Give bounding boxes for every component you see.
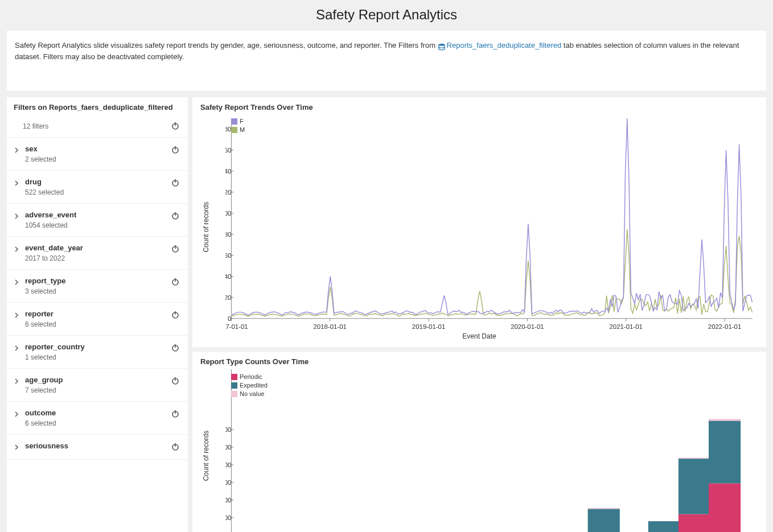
svg-text:600: 600: [225, 479, 231, 486]
svg-rect-75: [588, 508, 620, 509]
filter-item-event_date_year[interactable]: event_date_year2017 to 2022: [7, 237, 188, 270]
database-icon: [438, 43, 446, 50]
filter-item-adverse_event[interactable]: adverse_event1054 selected: [7, 204, 188, 237]
chart-reporttype-title: Report Type Counts Over Time: [200, 357, 758, 366]
filter-item-seriousness[interactable]: seriousness: [7, 435, 188, 460]
chart-reporttype-plot[interactable]: 200300400500600700800900: [225, 369, 758, 532]
svg-rect-79: [648, 521, 680, 532]
chevron-right-icon: [14, 179, 19, 185]
filter-subtext: 6 selected: [25, 320, 56, 328]
filter-subtext: 1054 selected: [25, 221, 76, 229]
legend-swatch-m: [231, 127, 237, 133]
filter-name: adverse_event: [25, 211, 76, 219]
svg-point-0: [438, 44, 445, 46]
filter-toggle-reporter[interactable]: [171, 310, 181, 320]
legend-swatch-expedited: [231, 382, 237, 389]
svg-text:100: 100: [225, 210, 231, 217]
svg-text:20: 20: [225, 294, 231, 301]
filter-toggle-report_type[interactable]: [171, 277, 181, 287]
chevron-right-icon: [14, 377, 19, 383]
svg-text:800: 800: [225, 444, 231, 451]
svg-text:2021-01-01: 2021-01-01: [609, 323, 642, 330]
svg-text:120: 120: [225, 189, 231, 196]
dataset-link[interactable]: Reports_faers_deduplicate_filtered: [438, 41, 564, 50]
filter-toggle-sex[interactable]: [171, 145, 181, 155]
svg-rect-81: [679, 459, 710, 514]
filter-item-reporter_country[interactable]: reporter_country1 selected: [7, 336, 188, 369]
svg-text:700: 700: [225, 461, 231, 468]
legend-swatch-periodic: [231, 374, 237, 380]
filter-item-report_type[interactable]: report_type3 selected: [7, 270, 188, 303]
chart-trends-title: Safety Report Trends Over Time: [200, 103, 758, 112]
dataset-link-text: Reports_faers_deduplicate_filtered: [447, 41, 562, 50]
filter-toggle-event_date_year[interactable]: [171, 244, 181, 254]
svg-rect-82: [679, 458, 710, 459]
filter-item-reporter[interactable]: reporter6 selected: [7, 303, 188, 336]
svg-rect-85: [709, 419, 741, 420]
legend-swatch-novalue: [231, 391, 237, 397]
description-text-pre: Safety Report Analytics slide visualizes…: [15, 41, 438, 50]
chevron-right-icon: [14, 311, 19, 317]
filter-subtext: 2 selected: [25, 155, 56, 163]
filter-item-drug[interactable]: drug522 selected: [7, 171, 188, 204]
svg-text:500: 500: [225, 497, 231, 504]
svg-text:40: 40: [225, 273, 231, 280]
filter-item-sex[interactable]: sex2 selected: [7, 138, 188, 171]
filters-count: 12 filters: [23, 122, 48, 130]
svg-text:160: 160: [225, 147, 231, 154]
legend-swatch-f: [231, 118, 237, 125]
chart-trends-card: Safety Report Trends Over Time Count of …: [192, 97, 766, 347]
svg-text:400: 400: [225, 514, 231, 521]
svg-text:2020-01-01: 2020-01-01: [511, 323, 544, 330]
page-title: Safety Report Analytics: [0, 0, 773, 31]
svg-text:2019-01-01: 2019-01-01: [412, 323, 445, 330]
svg-text:2018-01-01: 2018-01-01: [314, 323, 347, 330]
chart-reporttype-legend: Periodic Expedited No value: [231, 373, 268, 398]
filter-name: outcome: [25, 409, 56, 417]
filter-name: reporter: [25, 310, 56, 318]
chart-trends-plot[interactable]: 0204060801001201401601802017-01-012018-0…: [225, 115, 758, 340]
svg-text:180: 180: [225, 126, 231, 133]
filter-toggle-reporter_country[interactable]: [171, 343, 181, 353]
filter-name: sex: [25, 145, 56, 153]
filter-toggle-seriousness[interactable]: [171, 442, 181, 452]
filter-subtext: 2017 to 2022: [25, 254, 83, 262]
svg-rect-74: [588, 509, 620, 532]
filter-name: reporter_country: [25, 343, 85, 351]
filter-name: event_date_year: [25, 244, 83, 252]
filter-item-outcome[interactable]: outcome6 selected: [7, 402, 188, 435]
filters-all-toggle[interactable]: [171, 121, 181, 131]
description-panel: Safety Report Analytics slide visualizes…: [7, 31, 766, 90]
chevron-right-icon: [14, 410, 19, 416]
svg-rect-83: [709, 483, 741, 532]
svg-text:80: 80: [225, 231, 231, 238]
chart-trends-ylabel: Count of records: [202, 202, 210, 253]
svg-rect-84: [709, 420, 741, 483]
filter-subtext: 3 selected: [25, 287, 66, 295]
filters-sidebar: Filters on Reports_faers_deduplicate_fil…: [7, 97, 188, 532]
filters-header: Filters on Reports_faers_deduplicate_fil…: [7, 97, 188, 116]
chevron-right-icon: [14, 146, 19, 152]
filter-subtext: 6 selected: [25, 419, 56, 427]
filter-toggle-age_group[interactable]: [171, 376, 181, 386]
svg-rect-80: [679, 514, 710, 532]
filter-subtext: 7 selected: [25, 386, 63, 394]
chart-reporttype-ylabel: Count of records: [202, 431, 210, 481]
chart-trends-legend: F M: [231, 117, 245, 134]
filter-toggle-adverse_event[interactable]: [171, 211, 181, 221]
filter-toggle-drug[interactable]: [171, 178, 181, 188]
svg-text:2017-01-01: 2017-01-01: [225, 323, 248, 330]
svg-text:0: 0: [228, 315, 231, 322]
filter-subtext: 1 selected: [25, 353, 85, 361]
chevron-right-icon: [14, 443, 19, 449]
filter-name: drug: [25, 178, 64, 186]
chevron-right-icon: [14, 245, 19, 251]
svg-text:60: 60: [225, 252, 231, 259]
filter-name: report_type: [25, 277, 66, 285]
filter-name: seriousness: [25, 442, 68, 450]
svg-text:140: 140: [225, 168, 231, 175]
chevron-right-icon: [14, 278, 19, 284]
svg-text:2022-01-01: 2022-01-01: [708, 323, 741, 330]
filter-item-age_group[interactable]: age_group7 selected: [7, 369, 188, 402]
filter-toggle-outcome[interactable]: [171, 409, 181, 419]
